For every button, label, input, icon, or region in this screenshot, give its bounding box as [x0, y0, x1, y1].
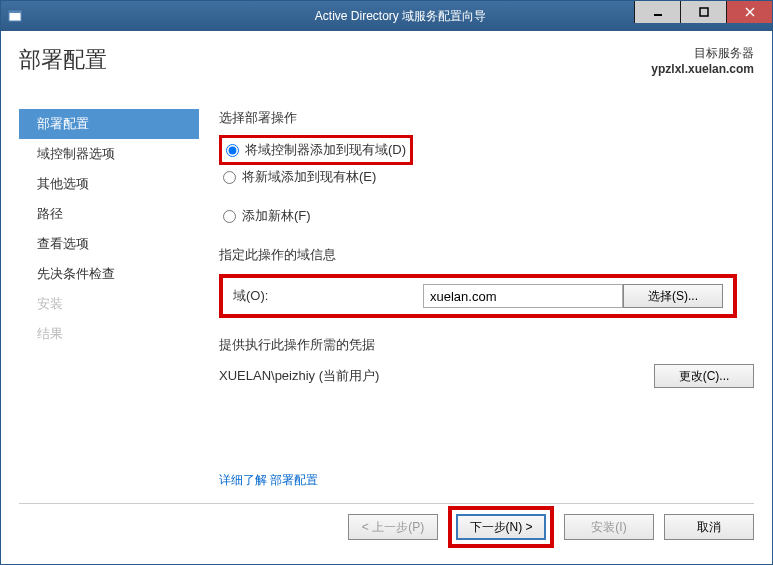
deploy-operation-radios: 将域控制器添加到现有域(D) 将新域添加到现有林(E) 添加新林(F) [219, 135, 754, 228]
credentials-section: 提供执行此操作所需的凭据 XUELAN\peizhiy (当前用户) 更改(C)… [219, 336, 754, 388]
learn-more-link[interactable]: 详细了解 部署配置 [219, 473, 318, 487]
close-button[interactable] [726, 1, 772, 23]
sidebar: 部署配置 域控制器选项 其他选项 路径 查看选项 先决条件检查 安装 结果 [19, 109, 199, 494]
body-area: 部署配置 域控制器选项 其他选项 路径 查看选项 先决条件检查 安装 结果 选择… [19, 109, 754, 494]
sidebar-item-prereq-check[interactable]: 先决条件检查 [19, 259, 199, 289]
radio-add-domain-input[interactable] [223, 171, 236, 184]
select-operation-label: 选择部署操作 [219, 109, 754, 127]
domain-input[interactable] [423, 284, 623, 308]
footer-buttons: < 上一步(P) 下一步(N) > 安装(I) 取消 [348, 506, 754, 548]
page-header: 部署配置 目标服务器 ypzlxl.xuelan.com [19, 45, 754, 76]
sidebar-item-other-options[interactable]: 其他选项 [19, 169, 199, 199]
radio-add-new-forest[interactable]: 添加新林(F) [223, 208, 311, 223]
select-domain-button[interactable]: 选择(S)... [623, 284, 723, 308]
sidebar-item-dc-options[interactable]: 域控制器选项 [19, 139, 199, 169]
learn-more-area: 详细了解 部署配置 [219, 470, 318, 489]
previous-button: < 上一步(P) [348, 514, 438, 540]
domain-info-section: 指定此操作的域信息 域(O): 选择(S)... [219, 246, 754, 318]
sidebar-item-results: 结果 [19, 319, 199, 349]
cancel-button[interactable]: 取消 [664, 514, 754, 540]
sidebar-item-deploy-config[interactable]: 部署配置 [19, 109, 199, 139]
domain-info-label: 指定此操作的域信息 [219, 246, 754, 264]
sidebar-item-install: 安装 [19, 289, 199, 319]
domain-row: 域(O): 选择(S)... [233, 284, 723, 308]
sidebar-item-review-options[interactable]: 查看选项 [19, 229, 199, 259]
radio-add-domain-existing-forest[interactable]: 将新域添加到现有林(E) [223, 169, 376, 184]
target-server-label: 目标服务器 [651, 45, 754, 62]
maximize-button[interactable] [680, 1, 726, 23]
radio-new-forest-input[interactable] [223, 210, 236, 223]
highlight-domain-row: 域(O): 选择(S)... [219, 274, 737, 318]
credentials-row: XUELAN\peizhiy (当前用户) 更改(C)... [219, 364, 754, 388]
svg-rect-3 [700, 8, 708, 16]
titlebar: Active Directory 域服务配置向导 [1, 1, 772, 31]
minimize-button[interactable] [634, 1, 680, 23]
current-user: XUELAN\peizhiy (当前用户) [219, 367, 654, 385]
radio-row-2: 将新域添加到现有林(E) [219, 165, 754, 189]
next-button[interactable]: 下一步(N) > [456, 514, 546, 540]
target-server-info: 目标服务器 ypzlxl.xuelan.com [651, 45, 754, 76]
app-icon [1, 8, 29, 24]
page-title: 部署配置 [19, 45, 107, 75]
window-controls [634, 1, 772, 23]
highlight-next: 下一步(N) > [448, 506, 554, 548]
credentials-label: 提供执行此操作所需的凭据 [219, 336, 754, 354]
wizard-window: Active Directory 域服务配置向导 部署配置 目标服务器 ypzl… [0, 0, 773, 565]
radio-add-dc-input[interactable] [226, 144, 239, 157]
main-panel: 选择部署操作 将域控制器添加到现有域(D) 将新域添加到现有林(E) [199, 109, 754, 494]
footer-separator [19, 503, 754, 504]
radio-row-3: 添加新林(F) [219, 204, 754, 228]
change-credentials-button[interactable]: 更改(C)... [654, 364, 754, 388]
highlight-add-dc: 将域控制器添加到现有域(D) [219, 135, 413, 165]
target-server-name: ypzlxl.xuelan.com [651, 62, 754, 76]
radio-add-dc-existing-domain[interactable]: 将域控制器添加到现有域(D) [226, 142, 406, 157]
svg-rect-1 [9, 11, 21, 13]
domain-field-label: 域(O): [233, 287, 423, 305]
install-button: 安装(I) [564, 514, 654, 540]
content-area: 部署配置 目标服务器 ypzlxl.xuelan.com 部署配置 域控制器选项… [1, 31, 772, 564]
sidebar-item-paths[interactable]: 路径 [19, 199, 199, 229]
